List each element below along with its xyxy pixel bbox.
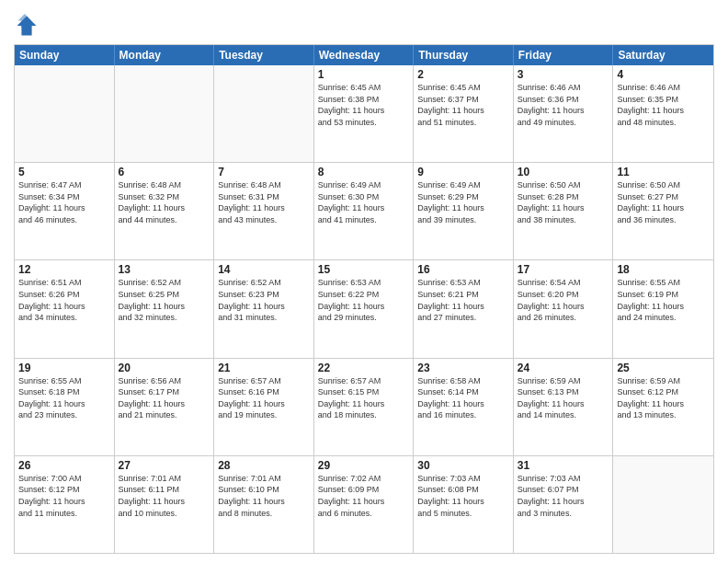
- day-info: Sunrise: 6:54 AM Sunset: 6:20 PM Dayligh…: [518, 277, 609, 323]
- day-info: Sunrise: 6:55 AM Sunset: 6:19 PM Dayligh…: [617, 277, 710, 323]
- cal-cell: 6Sunrise: 6:48 AM Sunset: 6:32 PM Daylig…: [115, 163, 215, 259]
- cal-cell: 3Sunrise: 6:46 AM Sunset: 6:36 PM Daylig…: [514, 65, 614, 162]
- day-number: 18: [617, 263, 710, 276]
- day-number: 3: [518, 68, 609, 81]
- cal-cell: [15, 65, 115, 162]
- cal-cell: 10Sunrise: 6:50 AM Sunset: 6:28 PM Dayli…: [514, 163, 614, 259]
- day-info: Sunrise: 7:01 AM Sunset: 6:11 PM Dayligh…: [119, 473, 210, 519]
- day-number: 27: [119, 459, 210, 472]
- day-number: 30: [417, 459, 509, 472]
- day-info: Sunrise: 6:59 AM Sunset: 6:13 PM Dayligh…: [518, 375, 609, 421]
- day-number: 7: [218, 166, 310, 178]
- day-info: Sunrise: 6:52 AM Sunset: 6:23 PM Dayligh…: [218, 277, 310, 323]
- day-info: Sunrise: 7:00 AM Sunset: 6:12 PM Dayligh…: [18, 473, 110, 519]
- cal-cell: 30Sunrise: 7:03 AM Sunset: 6:08 PM Dayli…: [414, 456, 514, 553]
- cal-cell: 19Sunrise: 6:55 AM Sunset: 6:18 PM Dayli…: [15, 359, 115, 455]
- day-number: 23: [417, 362, 509, 374]
- cal-cell: [214, 65, 314, 162]
- cal-cell: [613, 456, 713, 553]
- cal-cell: 8Sunrise: 6:49 AM Sunset: 6:30 PM Daylig…: [314, 163, 415, 259]
- day-number: 24: [518, 362, 609, 374]
- day-info: Sunrise: 7:03 AM Sunset: 6:08 PM Dayligh…: [417, 473, 509, 519]
- day-info: Sunrise: 7:02 AM Sunset: 6:09 PM Dayligh…: [318, 473, 410, 519]
- day-info: Sunrise: 6:57 AM Sunset: 6:15 PM Dayligh…: [318, 375, 410, 421]
- header-cell-sunday: Sunday: [15, 45, 115, 65]
- day-number: 22: [318, 362, 410, 374]
- page: SundayMondayTuesdayWednesdayThursdayFrid…: [0, 0, 728, 563]
- logo-icon: [14, 13, 40, 39]
- cal-cell: 9Sunrise: 6:49 AM Sunset: 6:29 PM Daylig…: [414, 163, 514, 259]
- day-number: 13: [119, 263, 210, 276]
- day-info: Sunrise: 6:51 AM Sunset: 6:26 PM Dayligh…: [18, 277, 110, 323]
- day-number: 21: [218, 362, 310, 374]
- day-info: Sunrise: 6:49 AM Sunset: 6:29 PM Dayligh…: [417, 179, 509, 225]
- cal-cell: 18Sunrise: 6:55 AM Sunset: 6:19 PM Dayli…: [613, 260, 713, 357]
- cal-cell: 31Sunrise: 7:03 AM Sunset: 6:07 PM Dayli…: [514, 456, 614, 553]
- day-info: Sunrise: 6:59 AM Sunset: 6:12 PM Dayligh…: [617, 375, 710, 421]
- day-number: 19: [18, 362, 110, 374]
- day-number: 20: [119, 362, 210, 374]
- day-number: 31: [518, 459, 609, 472]
- day-info: Sunrise: 6:50 AM Sunset: 6:28 PM Dayligh…: [518, 179, 609, 225]
- day-info: Sunrise: 6:52 AM Sunset: 6:25 PM Dayligh…: [119, 277, 210, 323]
- day-info: Sunrise: 6:46 AM Sunset: 6:36 PM Dayligh…: [518, 82, 609, 128]
- cal-cell: 16Sunrise: 6:53 AM Sunset: 6:21 PM Dayli…: [414, 260, 514, 357]
- cal-cell: 15Sunrise: 6:53 AM Sunset: 6:22 PM Dayli…: [314, 260, 415, 357]
- cal-cell: 22Sunrise: 6:57 AM Sunset: 6:15 PM Dayli…: [314, 359, 415, 455]
- day-info: Sunrise: 6:58 AM Sunset: 6:14 PM Dayligh…: [417, 375, 509, 421]
- day-number: 8: [318, 166, 410, 178]
- day-info: Sunrise: 6:55 AM Sunset: 6:18 PM Dayligh…: [18, 375, 110, 421]
- cal-cell: 11Sunrise: 6:50 AM Sunset: 6:27 PM Dayli…: [613, 163, 713, 259]
- week-row-2: 5Sunrise: 6:47 AM Sunset: 6:34 PM Daylig…: [15, 162, 713, 259]
- header-cell-tuesday: Tuesday: [214, 45, 314, 65]
- day-info: Sunrise: 6:57 AM Sunset: 6:16 PM Dayligh…: [218, 375, 310, 421]
- day-info: Sunrise: 6:45 AM Sunset: 6:37 PM Dayligh…: [417, 82, 509, 128]
- cal-cell: 20Sunrise: 6:56 AM Sunset: 6:17 PM Dayli…: [115, 359, 215, 455]
- cal-cell: 28Sunrise: 7:01 AM Sunset: 6:10 PM Dayli…: [214, 456, 314, 553]
- header-cell-monday: Monday: [115, 45, 215, 65]
- cal-cell: 4Sunrise: 6:46 AM Sunset: 6:35 PM Daylig…: [613, 65, 713, 162]
- cal-cell: 21Sunrise: 6:57 AM Sunset: 6:16 PM Dayli…: [214, 359, 314, 455]
- week-row-5: 26Sunrise: 7:00 AM Sunset: 6:12 PM Dayli…: [15, 455, 713, 553]
- cal-cell: [115, 65, 215, 162]
- cal-cell: 17Sunrise: 6:54 AM Sunset: 6:20 PM Dayli…: [514, 260, 614, 357]
- cal-cell: 13Sunrise: 6:52 AM Sunset: 6:25 PM Dayli…: [115, 260, 215, 357]
- day-number: 4: [617, 68, 710, 81]
- day-number: 10: [518, 166, 609, 178]
- week-row-1: 1Sunrise: 6:45 AM Sunset: 6:38 PM Daylig…: [15, 65, 713, 162]
- day-info: Sunrise: 6:48 AM Sunset: 6:31 PM Dayligh…: [218, 179, 310, 225]
- day-info: Sunrise: 6:48 AM Sunset: 6:32 PM Dayligh…: [119, 179, 210, 225]
- day-info: Sunrise: 7:03 AM Sunset: 6:07 PM Dayligh…: [518, 473, 609, 519]
- day-info: Sunrise: 7:01 AM Sunset: 6:10 PM Dayligh…: [218, 473, 310, 519]
- day-number: 29: [318, 459, 410, 472]
- cal-cell: 14Sunrise: 6:52 AM Sunset: 6:23 PM Dayli…: [214, 260, 314, 357]
- cal-cell: 1Sunrise: 6:45 AM Sunset: 6:38 PM Daylig…: [314, 65, 415, 162]
- day-number: 26: [18, 459, 110, 472]
- day-number: 12: [18, 263, 110, 276]
- day-number: 14: [218, 263, 310, 276]
- day-number: 5: [18, 166, 110, 178]
- day-info: Sunrise: 6:49 AM Sunset: 6:30 PM Dayligh…: [318, 179, 410, 225]
- day-info: Sunrise: 6:53 AM Sunset: 6:22 PM Dayligh…: [318, 277, 410, 323]
- header-cell-thursday: Thursday: [414, 45, 514, 65]
- cal-cell: 23Sunrise: 6:58 AM Sunset: 6:14 PM Dayli…: [414, 359, 514, 455]
- day-number: 6: [119, 166, 210, 178]
- cal-cell: 5Sunrise: 6:47 AM Sunset: 6:34 PM Daylig…: [15, 163, 115, 259]
- week-row-3: 12Sunrise: 6:51 AM Sunset: 6:26 PM Dayli…: [15, 259, 713, 357]
- day-number: 16: [417, 263, 509, 276]
- cal-cell: 25Sunrise: 6:59 AM Sunset: 6:12 PM Dayli…: [613, 359, 713, 455]
- day-number: 17: [518, 263, 609, 276]
- day-number: 9: [417, 166, 509, 178]
- cal-cell: 12Sunrise: 6:51 AM Sunset: 6:26 PM Dayli…: [15, 260, 115, 357]
- cal-cell: 26Sunrise: 7:00 AM Sunset: 6:12 PM Dayli…: [15, 456, 115, 553]
- header-cell-saturday: Saturday: [613, 45, 713, 65]
- header: [14, 9, 714, 39]
- calendar: SundayMondayTuesdayWednesdayThursdayFrid…: [14, 44, 714, 554]
- day-number: 25: [617, 362, 710, 374]
- header-cell-friday: Friday: [514, 45, 614, 65]
- calendar-header: SundayMondayTuesdayWednesdayThursdayFrid…: [15, 45, 713, 65]
- day-info: Sunrise: 6:53 AM Sunset: 6:21 PM Dayligh…: [417, 277, 509, 323]
- day-number: 2: [417, 68, 509, 81]
- day-number: 1: [318, 68, 410, 81]
- cal-cell: 27Sunrise: 7:01 AM Sunset: 6:11 PM Dayli…: [115, 456, 215, 553]
